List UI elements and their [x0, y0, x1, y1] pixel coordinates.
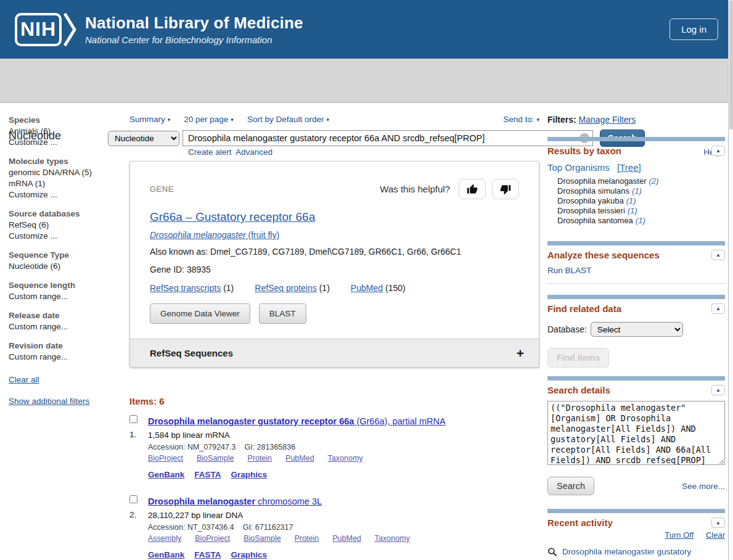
- collapse-icon: ▲: [716, 306, 721, 311]
- refseq-proteins-link[interactable]: RefSeq proteins: [255, 283, 316, 293]
- bioproject-link[interactable]: BioProject: [148, 454, 183, 463]
- see-more-link[interactable]: See more...: [682, 482, 725, 491]
- panel-divider: [547, 295, 725, 299]
- item-checkbox[interactable]: [129, 415, 137, 423]
- genbank-link[interactable]: GenBank: [148, 550, 184, 559]
- search-details-textarea[interactable]: (("Drosophila melanogaster"[Organism] OR…: [547, 401, 725, 465]
- gene-card: GENE Was this helpful? Gr66a – Gustatory…: [129, 161, 539, 368]
- filter-customize[interactable]: Customize ...: [9, 189, 123, 200]
- thumbs-up-button[interactable]: [459, 179, 486, 199]
- organism-link[interactable]: Drosophila melanogaster(2): [557, 176, 725, 186]
- genome-data-viewer-button[interactable]: Genome Data Viewer: [150, 303, 250, 324]
- pubmed: PubMed(150): [351, 283, 406, 293]
- manage-filters-link[interactable]: Manage Filters: [579, 115, 636, 125]
- taxonomy-link[interactable]: Taxonomy: [328, 454, 363, 463]
- clear-link[interactable]: Clear: [706, 530, 725, 540]
- summary-format-menu[interactable]: Summary▾: [129, 115, 170, 124]
- show-additional-filters-link[interactable]: Show additional filters: [9, 397, 123, 406]
- clear-all-link[interactable]: Clear all: [9, 375, 123, 384]
- result-title-link[interactable]: Drosophila melanogaster chromosome 3L: [148, 496, 322, 506]
- thumbs-down-icon: [500, 184, 511, 195]
- taxonomy-link[interactable]: Taxonomy: [375, 534, 410, 543]
- species-link[interactable]: Drosophila melanogaster (fruit fly): [150, 230, 279, 240]
- filter-custom-range[interactable]: Custom range...: [9, 321, 123, 332]
- thumbs-down-button[interactable]: [492, 179, 519, 199]
- biosample-link[interactable]: BioSample: [244, 534, 281, 543]
- result-item-2: 2. Drosophila melanogaster chromosome 3L…: [129, 495, 539, 559]
- collapse-panel-button[interactable]: ▲: [711, 517, 725, 528]
- panel-divider: [547, 509, 725, 513]
- protein-link[interactable]: Protein: [295, 534, 319, 543]
- filter-customize[interactable]: Customize ...: [9, 137, 123, 148]
- result-title-link[interactable]: Drosophila melanogaster gustatory recept…: [148, 416, 446, 426]
- protein-link[interactable]: Protein: [247, 454, 272, 463]
- species-row: Drosophila melanogaster (fruit fly): [150, 224, 519, 240]
- login-button[interactable]: Log in: [670, 19, 718, 40]
- database-label: Database:: [547, 324, 587, 334]
- collapse-panel-button[interactable]: ▲: [711, 250, 725, 260]
- filter-option-mrna[interactable]: mRNA (1): [9, 178, 123, 189]
- pubmed-link[interactable]: PubMed: [285, 454, 314, 463]
- tree-link[interactable]: [Tree]: [617, 162, 641, 173]
- organism-link[interactable]: Drosophila teissieri(1): [557, 206, 725, 216]
- recent-search-link[interactable]: Drosophila melanogaster gustatory recept…: [562, 546, 705, 560]
- collapse-icon: ▲: [716, 520, 721, 525]
- assembly-link[interactable]: Assembly: [148, 534, 181, 543]
- per-page-menu[interactable]: 20 per page▾: [184, 115, 234, 124]
- collapse-panel-button[interactable]: ▲: [711, 146, 725, 156]
- filter-custom-range[interactable]: Custom range...: [9, 291, 123, 302]
- refseq-transcripts-link[interactable]: RefSeq transcripts: [150, 283, 221, 293]
- related-database-select[interactable]: Select: [591, 322, 683, 337]
- filter-option-refseq[interactable]: RefSeq (6): [9, 220, 123, 231]
- nih-logo[interactable]: NIH: [15, 12, 76, 47]
- filter-group-title: Release date: [9, 310, 123, 321]
- search-band: Nucleotide Nucleotide ✕ Search Create al…: [0, 59, 733, 103]
- blast-button[interactable]: BLAST: [259, 303, 306, 324]
- collapse-panel-button[interactable]: ▲: [711, 385, 725, 395]
- filter-option-genomic[interactable]: genomic DNA/RNA (5): [9, 167, 123, 178]
- organism-link[interactable]: Drosophila simulans(1): [557, 186, 725, 196]
- recent-activity-controls: Turn Off Clear: [547, 530, 725, 540]
- filter-customize[interactable]: Customize ...: [9, 231, 123, 242]
- filter-option-nucleotide[interactable]: Nucleotide (6): [9, 261, 123, 272]
- expand-icon[interactable]: +: [517, 347, 524, 360]
- results-by-taxon-panel-head: Results by taxon ▲: [547, 146, 725, 156]
- search-details-actions: Search See more...: [547, 477, 725, 495]
- search-details-panel-head: Search details ▲: [547, 385, 725, 395]
- organism-link[interactable]: Drosophila santomea(1): [557, 216, 725, 226]
- fasta-link[interactable]: FASTA: [194, 470, 221, 479]
- caret-down-icon: ▾: [536, 117, 539, 123]
- details-search-button[interactable]: Search: [547, 477, 594, 495]
- find-related-panel-head: Find related data ▲: [547, 303, 725, 314]
- graphics-link[interactable]: Graphics: [231, 470, 268, 479]
- page-scrollbar[interactable]: [728, 0, 733, 560]
- panel-title: Results by taxon: [547, 146, 621, 156]
- find-items-button[interactable]: Find items: [547, 348, 609, 368]
- sort-menu[interactable]: Sort by Default order▾: [247, 115, 329, 124]
- pubmed-link[interactable]: PubMed: [351, 283, 383, 293]
- organism-link[interactable]: Drosophila yakuba(1): [557, 196, 725, 206]
- graphics-link[interactable]: Graphics: [231, 550, 268, 559]
- top-organisms-row: Top Organisms [Tree]: [547, 162, 725, 173]
- biosample-link[interactable]: BioSample: [197, 454, 234, 463]
- genbank-link[interactable]: GenBank: [148, 470, 184, 479]
- filter-custom-range[interactable]: Custom range...: [9, 352, 123, 363]
- helpful-controls: Was this helpful?: [380, 179, 519, 199]
- fasta-link[interactable]: FASTA: [194, 550, 221, 559]
- item-checkbox[interactable]: [129, 495, 137, 503]
- filter-option-animals[interactable]: Animals (6): [9, 126, 123, 137]
- send-to-menu[interactable]: Send to:▾: [503, 115, 539, 124]
- bioproject-link[interactable]: BioProject: [195, 534, 230, 543]
- caret-down-icon: ▾: [326, 117, 329, 123]
- turn-off-link[interactable]: Turn Off: [665, 530, 694, 540]
- gene-title-link[interactable]: Gr66a – Gustatory receptor 66a: [150, 210, 315, 224]
- collapse-panel-button[interactable]: ▲: [711, 303, 725, 314]
- run-blast-link[interactable]: Run BLAST: [547, 266, 591, 275]
- refseq-sequences-bar[interactable]: RefSeq Sequences +: [130, 339, 539, 367]
- item-accession: Accession: NT_037436.4GI: 671162317: [148, 523, 539, 532]
- panel-divider: [547, 376, 725, 381]
- scrollbar-thumb[interactable]: [729, 0, 733, 130]
- result-item-1: 1. Drosophila melanogaster gustatory rec…: [129, 415, 539, 479]
- pubmed-link[interactable]: PubMed: [332, 534, 361, 543]
- items-count: Items: 6: [129, 396, 539, 406]
